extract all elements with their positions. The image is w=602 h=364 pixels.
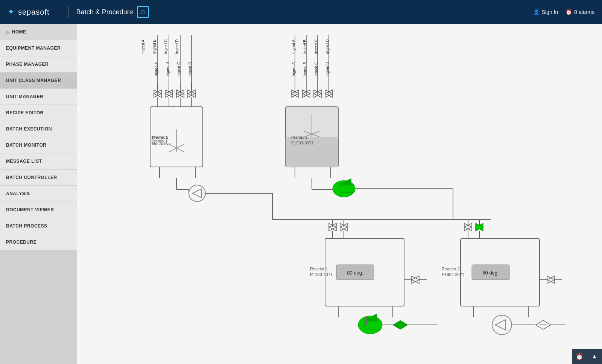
sidebar-item-recipe-editor[interactable]: RECIPE EDITOR — [0, 105, 77, 121]
svg-text:Premix 1: Premix 1 — [152, 135, 168, 140]
sidebar-unit-manager-label: UNIT MANAGER — [6, 94, 43, 99]
alarm-icon: ⏰ — [566, 9, 572, 15]
logo-icon: ✦ — [8, 7, 14, 17]
clock-button[interactable]: ⏰ — [572, 349, 587, 364]
svg-text:P1902-3071: P1902-3071 — [442, 272, 464, 277]
svg-text:Ingred D: Ingred D — [325, 62, 330, 76]
bottom-controls: ⏰ ▲ — [572, 349, 602, 364]
svg-text:Ingred A: Ingred A — [141, 39, 145, 54]
pid-diagram: Ingred A Ingred B Ingred C Ingred D — [77, 24, 602, 364]
svg-text:50 deg.: 50 deg. — [482, 270, 499, 276]
batch-procedure-icon: ⬡ — [137, 6, 149, 18]
up-arrow-icon: ▲ — [591, 353, 597, 360]
sidebar-item-batch-controller[interactable]: BATCH CONTROLLER — [0, 170, 77, 186]
sidebar-item-message-list[interactable]: MESSAGE LIST — [0, 153, 77, 170]
alarms-button[interactable]: ⏰ 0 alarms — [566, 9, 594, 15]
svg-text:Reactor 2: Reactor 2 — [442, 267, 460, 271]
sidebar-item-unit-class-manager[interactable]: UNIT CLASS MANAGER — [0, 73, 77, 89]
svg-marker-121 — [495, 320, 506, 330]
sidebar-item-batch-monitor[interactable]: BATCH MONITOR — [0, 137, 77, 153]
svg-text:Ingred B: Ingred B — [303, 62, 307, 76]
svg-text:Ingred A: Ingred A — [292, 62, 296, 76]
sidebar-bottom — [0, 250, 77, 364]
sign-in-button[interactable]: 👤 Sign In — [533, 9, 558, 15]
svg-text:Ingred B: Ingred B — [303, 39, 307, 54]
header: ✦ sepasoft Batch & Procedure ⬡ 👤 Sign In… — [0, 0, 602, 24]
sidebar-batch-execution-label: BATCH EXECUTION — [6, 126, 52, 132]
svg-marker-90 — [412, 276, 419, 284]
svg-text:Ingred C: Ingred C — [177, 62, 181, 76]
svg-text:Reactor 1: Reactor 1 — [310, 267, 328, 271]
svg-text:Ingred B: Ingred B — [166, 62, 170, 76]
sidebar-procedure-label: PROCEDURE — [6, 240, 36, 245]
sidebar-unit-class-manager-label: UNIT CLASS MANAGER — [6, 78, 61, 83]
svg-text:Ingred C: Ingred C — [164, 39, 168, 54]
alarms-label: 0 alarms — [574, 9, 594, 15]
sidebar-item-home[interactable]: ⌂ HOME — [0, 24, 77, 40]
svg-text:P1183-3071: P1183-3071 — [310, 272, 333, 277]
svg-text:Not Active: Not Active — [152, 141, 171, 146]
sidebar-home-label: HOME — [12, 29, 26, 35]
scroll-up-button[interactable]: ▲ — [587, 349, 602, 364]
sidebar-batch-monitor-label: BATCH MONITOR — [6, 143, 46, 148]
svg-text:Ingred D: Ingred D — [188, 62, 192, 76]
sidebar-item-batch-process[interactable]: BATCH PROCESS — [0, 218, 77, 234]
sidebar-batch-process-label: BATCH PROCESS — [6, 223, 47, 229]
svg-marker-35 — [193, 189, 202, 198]
svg-rect-68 — [340, 185, 353, 193]
svg-marker-91 — [412, 276, 419, 284]
sidebar-document-viewer-label: DOCUMENT VIEWER — [6, 207, 54, 212]
header-right: 👤 Sign In ⏰ 0 alarms — [533, 9, 594, 15]
sidebar-item-analysis[interactable]: ANALYSIS — [0, 186, 77, 202]
layout: ⌂ HOME EQUIPMENT MANAGER PHASE MANAGER U… — [0, 24, 602, 364]
main-content: Ingred A Ingred B Ingred C Ingred D — [77, 24, 602, 364]
svg-text:Ingred D: Ingred D — [325, 39, 330, 54]
sidebar-item-equipment-manager[interactable]: EQUIPMENT MANAGER — [0, 40, 77, 56]
sidebar-item-batch-execution[interactable]: BATCH EXECUTION — [0, 121, 77, 137]
svg-text:Ingred B: Ingred B — [152, 39, 157, 54]
header-title-text: Batch & Procedure — [76, 8, 133, 16]
user-icon: 👤 — [533, 9, 540, 15]
sidebar-batch-controller-label: BATCH CONTROLLER — [6, 175, 57, 180]
svg-text:Ingred C: Ingred C — [314, 62, 318, 76]
svg-text:Ingred D: Ingred D — [175, 39, 179, 54]
logo: ✦ sepasoft — [8, 7, 50, 17]
sidebar-phase-manager-label: PHASE MANAGER — [6, 62, 49, 67]
logo-text: sepasoft — [18, 8, 50, 17]
sidebar-item-document-viewer[interactable]: DOCUMENT VIEWER — [0, 202, 77, 218]
clock-icon: ⏰ — [576, 353, 583, 360]
svg-point-34 — [189, 185, 205, 202]
sign-in-label: Sign In — [542, 9, 558, 15]
svg-text:Ingred A: Ingred A — [292, 39, 296, 54]
sidebar-message-list-label: MESSAGE LIST — [6, 159, 42, 164]
sidebar-item-procedure[interactable]: PROCEDURE — [0, 234, 77, 250]
svg-marker-118 — [547, 276, 555, 284]
sidebar-equipment-manager-label: EQUIPMENT MANAGER — [6, 46, 61, 51]
sidebar-analysis-label: ANALYSIS — [6, 191, 30, 196]
home-icon: ⌂ — [6, 29, 9, 35]
sidebar: ⌂ HOME EQUIPMENT MANAGER PHASE MANAGER U… — [0, 24, 77, 364]
svg-marker-117 — [547, 276, 555, 284]
svg-text:Premix 2: Premix 2 — [291, 135, 307, 140]
header-title: Batch & Procedure ⬡ — [76, 6, 149, 18]
svg-text:P1902-3071: P1902-3071 — [291, 141, 314, 145]
sidebar-item-unit-manager[interactable]: UNIT MANAGER — [0, 89, 77, 105]
sidebar-item-phase-manager[interactable]: PHASE MANAGER — [0, 56, 77, 73]
svg-text:80 deg.: 80 deg. — [347, 270, 363, 276]
sidebar-recipe-editor-label: RECIPE EDITOR — [6, 110, 44, 115]
svg-text:Ingred C: Ingred C — [314, 39, 318, 54]
header-divider — [68, 6, 69, 18]
svg-text:Ingred A: Ingred A — [154, 62, 158, 76]
